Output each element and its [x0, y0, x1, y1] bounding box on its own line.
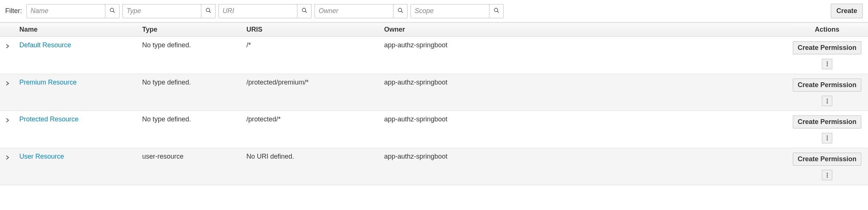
filter-type-input[interactable]	[123, 4, 201, 18]
cell-actions: Create Permission	[786, 37, 868, 74]
resources-table: Name Type URIS Owner Actions Default Res…	[0, 22, 868, 185]
cell-actions: Create Permission	[786, 111, 868, 148]
svg-line-5	[305, 11, 307, 13]
chevron-right-icon	[6, 80, 9, 88]
table-row: Protected Resource No type defined. /pro…	[0, 111, 868, 148]
cell-owner: app-authz-springboot	[380, 111, 786, 148]
kebab-icon	[827, 136, 828, 140]
expand-toggle[interactable]	[0, 148, 15, 185]
cell-name: Default Resource	[15, 37, 138, 74]
filter-name-search-button[interactable]	[105, 4, 119, 18]
kebab-icon	[827, 173, 828, 178]
cell-uris: /protected/*	[242, 111, 380, 148]
expand-toggle[interactable]	[0, 74, 15, 111]
table-header-owner: Owner	[380, 23, 786, 37]
search-icon	[205, 7, 211, 15]
filter-uri-group	[218, 4, 312, 18]
svg-point-4	[302, 8, 306, 12]
cell-actions: Create Permission	[786, 74, 868, 111]
cell-owner: app-authz-springboot	[380, 148, 786, 185]
search-icon	[398, 7, 403, 15]
filter-label: Filter:	[5, 7, 22, 15]
chevron-right-icon	[6, 43, 9, 51]
svg-line-3	[209, 11, 211, 13]
svg-point-6	[398, 8, 402, 12]
filter-scope-search-button[interactable]	[489, 4, 503, 18]
row-actions-menu-button[interactable]	[822, 59, 832, 69]
svg-line-7	[401, 11, 403, 13]
table-row: Premium Resource No type defined. /prote…	[0, 74, 868, 111]
table-header-row: Name Type URIS Owner Actions	[0, 23, 868, 37]
filter-name-input[interactable]	[27, 4, 105, 18]
filter-owner-group	[315, 4, 408, 18]
cell-name: Premium Resource	[15, 74, 138, 111]
cell-type: No type defined.	[138, 74, 242, 111]
kebab-icon	[827, 99, 828, 104]
table-row: Default Resource No type defined. /* app…	[0, 37, 868, 74]
filter-scope-group	[411, 4, 504, 18]
filter-uri-input[interactable]	[219, 4, 297, 18]
chevron-right-icon	[6, 117, 9, 125]
resource-link[interactable]: User Resource	[19, 153, 64, 160]
search-icon	[494, 7, 500, 15]
cell-type: No type defined.	[138, 111, 242, 148]
create-permission-button[interactable]: Create Permission	[793, 41, 861, 54]
create-permission-button[interactable]: Create Permission	[793, 153, 861, 166]
table-header-type: Type	[138, 23, 242, 37]
cell-owner: app-authz-springboot	[380, 37, 786, 74]
table-header-actions: Actions	[786, 23, 868, 37]
resource-link[interactable]: Protected Resource	[19, 115, 79, 123]
table-row: User Resource user-resource No URI defin…	[0, 148, 868, 185]
filter-owner-input[interactable]	[315, 4, 393, 18]
cell-uris: No URI defined.	[242, 148, 380, 185]
cell-uris: /*	[242, 37, 380, 74]
cell-type: user-resource	[138, 148, 242, 185]
filter-owner-search-button[interactable]	[393, 4, 407, 18]
row-actions-menu-button[interactable]	[822, 96, 832, 106]
filter-uri-search-button[interactable]	[297, 4, 311, 18]
svg-point-2	[206, 8, 210, 12]
cell-name: User Resource	[15, 148, 138, 185]
create-button[interactable]: Create	[831, 4, 863, 18]
filter-bar: Filter:	[0, 0, 868, 22]
svg-line-1	[113, 11, 115, 13]
filter-type-group	[122, 4, 216, 18]
cell-owner: app-authz-springboot	[380, 74, 786, 111]
row-actions-menu-button[interactable]	[822, 170, 832, 180]
filter-name-group	[26, 4, 119, 18]
resource-link[interactable]: Default Resource	[19, 41, 71, 49]
search-icon	[109, 7, 115, 15]
create-permission-button[interactable]: Create Permission	[793, 79, 861, 92]
cell-type: No type defined.	[138, 37, 242, 74]
svg-point-8	[494, 8, 498, 12]
svg-point-0	[110, 8, 114, 12]
expand-toggle[interactable]	[0, 37, 15, 74]
cell-name: Protected Resource	[15, 111, 138, 148]
filter-type-search-button[interactable]	[201, 4, 215, 18]
svg-line-9	[497, 11, 499, 13]
table-header-expand	[0, 23, 15, 37]
create-permission-button[interactable]: Create Permission	[793, 115, 861, 128]
kebab-icon	[827, 61, 828, 66]
search-icon	[301, 7, 307, 15]
table-header-uris: URIS	[242, 23, 380, 37]
expand-toggle[interactable]	[0, 111, 15, 148]
cell-uris: /protected/premium/*	[242, 74, 380, 111]
resource-link[interactable]: Premium Resource	[19, 79, 77, 86]
row-actions-menu-button[interactable]	[822, 133, 832, 143]
chevron-right-icon	[6, 154, 9, 162]
table-header-name: Name	[15, 23, 138, 37]
filter-scope-input[interactable]	[411, 4, 489, 18]
cell-actions: Create Permission	[786, 148, 868, 185]
